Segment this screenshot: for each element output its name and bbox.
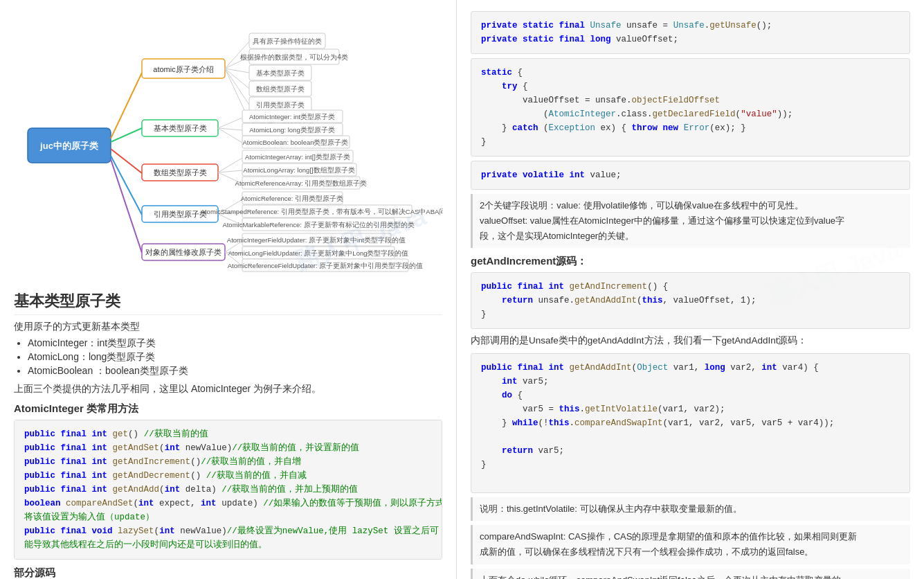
svg-text:atomic原子类介绍: atomic原子类介绍 [153, 65, 213, 73]
svg-text:AtomicReferenceFieldUpdater: 原: AtomicReferenceFieldUpdater: 原子更新对象中引用类型… [228, 262, 424, 269]
svg-line-14 [225, 69, 249, 89]
left-panel: juc中的原子类 atomic原子类介绍 具有原子操作特征的类 根据操作的数据类… [0, 0, 457, 579]
svg-text:数组类型原子类: 数组类型原子类 [256, 85, 305, 93]
code-block-2: static { try { valueOffset = unsafe.obje… [471, 58, 910, 157]
svg-line-35 [111, 149, 142, 173]
svg-text:引用类型原子类: 引用类型原子类 [154, 210, 207, 218]
note-dowhile: 上面有个do-while循环，compareAndSwapInt返回false之… [471, 569, 910, 580]
code-block-3: private volatile int value; [471, 161, 910, 190]
code-block-5: public final int getAndAddInt(Object var… [471, 353, 910, 493]
svg-text:AtomicMarkableReference: 原子更新带: AtomicMarkableReference: 原子更新带有标记位的引用类型的… [222, 221, 414, 229]
bullet-list: AtomicInteger：int类型原子类 AtomicLong：long类型… [28, 337, 442, 377]
svg-text:AtomicLongArray: long[]数组型原子类: AtomicLongArray: long[]数组型原子类 [243, 166, 354, 174]
svg-line-2 [111, 73, 142, 139]
getandincrement-title: getAndIncrement源码： [471, 255, 910, 268]
svg-text:AtomicIntegerFieldUpdater: 原子更: AtomicIntegerFieldUpdater: 原子更新对象中int类型字… [227, 236, 406, 244]
svg-line-17 [225, 69, 249, 105]
mindmap-container: juc中的原子类 atomic原子类介绍 具有原子操作特征的类 根据操作的数据类… [14, 7, 443, 284]
svg-line-38 [218, 158, 242, 172]
svg-text:AtomicIntegerArray: int[]类型原子类: AtomicIntegerArray: int[]类型原子类 [245, 153, 350, 161]
right-panel: private static final Unsafe unsafe = Uns… [457, 0, 924, 579]
svg-line-32 [218, 128, 242, 143]
svg-text:AtomicInteger: int类型原子类: AtomicInteger: int类型原子类 [249, 113, 335, 121]
list-item-1: AtomicInteger：int类型原子类 [28, 337, 442, 350]
list-item-3: AtomicBoolean ：boolean类型原子类 [28, 365, 442, 377]
svg-line-41 [218, 170, 242, 172]
mindmap-svg: juc中的原子类 atomic原子类介绍 具有原子操作特征的类 根据操作的数据类… [14, 7, 443, 284]
methods-code: public final int get() //获取当前的值 public f… [14, 420, 442, 560]
source-title: 部分源码 [14, 567, 442, 579]
svg-text:AtomicLongFieldUpdater: 原子更新对象: AtomicLongFieldUpdater: 原子更新对象中Long类型字段的… [228, 249, 409, 257]
svg-text:引用类型原子类: 引用类型原子类 [256, 101, 305, 109]
code-block-1: private static final Unsafe unsafe = Uns… [471, 11, 910, 54]
svg-text:AtomicStampedReference: 引用类型原子: AtomicStampedReference: 引用类型原子类，带有版本号，可以… [201, 208, 443, 215]
intro2-text: 上面三个类提供的方法几乎相同，这里以 AtomicInteger 为例子来介绍。 [14, 383, 442, 395]
note-compareandswap: compareAndSwapInt: CAS操作，CAS的原理是拿期望的值和原本… [471, 525, 910, 564]
svg-text:基本类型原子类: 基本类型原子类 [154, 124, 207, 132]
intro3-text: 内部调用的是Unsafe类中的getAndAddInt方法，我们看一下getAn… [471, 333, 910, 349]
svg-text:juc中的原子类: juc中的原子类 [39, 141, 99, 151]
svg-text:数组类型原子类: 数组类型原子类 [154, 168, 207, 177]
methods-title: AtomicInteger 类常用方法 [14, 402, 442, 416]
svg-text:AtomicReferenceArray: 引用类型数组原子: AtomicReferenceArray: 引用类型数组原子类 [235, 179, 368, 187]
section1-title: 基本类型原子类 [14, 291, 442, 315]
list-item-2: AtomicLong：long类型原子类 [28, 351, 442, 364]
svg-text:具有原子操作特征的类: 具有原子操作特征的类 [253, 37, 322, 45]
svg-text:基本类型原子类: 基本类型原子类 [256, 69, 305, 77]
note-getintvolatile: 说明：this.getIntVolatile: 可以确保从主内存中获取变量最新的… [471, 497, 910, 521]
svg-text:AtomicBoolean: boolean类型原子类: AtomicBoolean: boolean类型原子类 [243, 139, 349, 146]
svg-line-26 [218, 118, 242, 128]
svg-text:对象的属性修改原子类: 对象的属性修改原子类 [145, 248, 221, 256]
intro1-text: 使用原子的方式更新基本类型 [14, 321, 442, 333]
svg-text:AtomicLong: long类型原子类: AtomicLong: long类型原子类 [249, 126, 334, 134]
note-block-1: 2个关键字段说明：value: 使用volatile修饰，可以确保value在多… [471, 194, 910, 248]
svg-line-11 [225, 69, 249, 73]
svg-text:AtomicReference: 引用类型原子类: AtomicReference: 引用类型原子类 [241, 195, 343, 202]
code-block-4: public final int getAndIncrement() { ret… [471, 272, 910, 329]
svg-line-29 [218, 128, 242, 130]
svg-text:根据操作的数据类型，可以分为4类: 根据操作的数据类型，可以分为4类 [240, 53, 348, 61]
